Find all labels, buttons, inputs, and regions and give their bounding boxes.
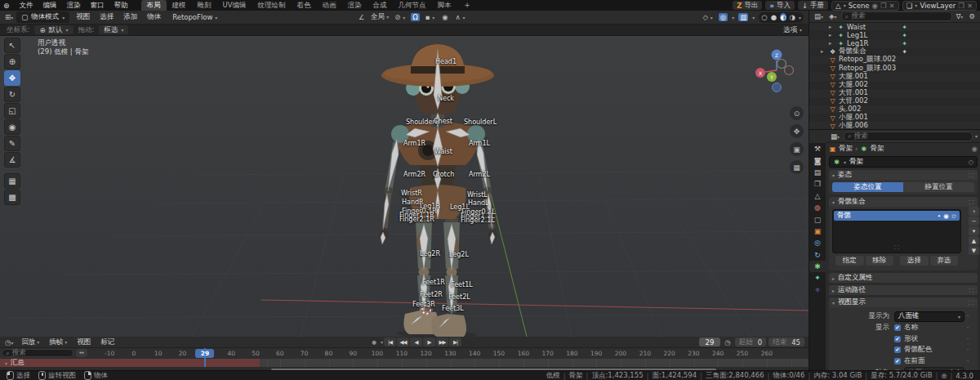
move-up-button[interactable]: ▲ <box>969 236 979 245</box>
camera-view-icon[interactable]: ▣ <box>790 142 804 156</box>
scene-selector[interactable]: △▾ Scene ◉ ❐ ✕ <box>831 1 899 11</box>
proportional-edit-icon[interactable]: ◉ <box>440 13 449 21</box>
outliner-item[interactable]: ▽头.002 <box>809 105 980 114</box>
tool-rotate[interactable]: ↻ <box>4 87 20 102</box>
tool-move[interactable]: ✥ <box>4 70 20 86</box>
editor-type-icon[interactable]: ⊞▾ <box>3 13 15 21</box>
workspace-tab-脚本[interactable]: 脚本 <box>432 0 457 11</box>
snap-magnet-icon[interactable]: Ω <box>411 13 420 21</box>
outliner-item-label[interactable]: Waist <box>847 23 866 31</box>
properties-tab-object[interactable]: ▣ <box>809 226 826 237</box>
outliner-item[interactable]: ▸✦Leg1L✦ <box>809 31 980 39</box>
workspace-tab-合成[interactable]: 合成 <box>368 0 393 11</box>
properties-tab-view-layer[interactable]: ❐ <box>809 178 826 190</box>
viewport-menu-添加[interactable]: 添加 <box>118 12 142 22</box>
workspace-tab-雕刻[interactable]: 雕刻 <box>192 0 217 11</box>
frame-start-field[interactable]: 起始0 <box>735 338 766 346</box>
show-overlays-icon[interactable]: ◎ <box>719 13 728 21</box>
viewport-menu-视图[interactable]: 视图 <box>71 12 95 22</box>
outliner-item[interactable]: ▽大臂.001 <box>809 89 980 97</box>
current-frame-field[interactable]: 29 <box>699 338 721 346</box>
assign-button[interactable]: 指定 <box>835 256 864 266</box>
outliner-item[interactable]: ▸✦Waist✦ <box>809 23 980 31</box>
jump-end-button[interactable]: ▶| <box>449 338 461 346</box>
checkbox-骨骼配色[interactable]: ✔ <box>894 346 901 353</box>
timeline-tracks[interactable]: ▾汇总 <box>0 359 808 367</box>
properties-tab-scene[interactable]: △ <box>809 190 826 202</box>
properties-options[interactable]: ▾ <box>975 133 978 139</box>
remove-button[interactable]: 移除 <box>866 256 894 266</box>
pivot-point-icon[interactable]: ⊘ ▾ <box>393 13 407 21</box>
properties-tab-constraints[interactable]: ◎ <box>809 237 826 248</box>
properties-tab-output[interactable]: ▤ <box>809 167 826 178</box>
tool-tweak-select[interactable]: ↖ <box>4 38 20 53</box>
keying-dropdown[interactable]: ▾ <box>381 339 383 345</box>
properties-tab-bone-constraint[interactable]: ✧ <box>809 284 826 296</box>
properties-tab-tool[interactable]: ⚒ <box>809 143 826 154</box>
pin-icon[interactable]: ◉ <box>972 145 978 153</box>
bone-collections-panel-header[interactable]: ▾骨骼集合⸬ <box>829 197 978 207</box>
viewport-menu-选择[interactable]: 选择 <box>95 12 118 22</box>
outliner-search[interactable]: ⌕ 搜索 <box>841 11 952 21</box>
properties-search[interactable]: ⌕ 搜索 <box>844 132 973 141</box>
pose-panel-header[interactable]: ▾姿态⸬ <box>829 170 978 180</box>
properties-tab-bone[interactable]: ✦ <box>809 272 826 284</box>
solo-dot-icon[interactable]: • <box>938 212 941 220</box>
viewport-display-panel-header[interactable]: ▾视图显示⸬ <box>829 297 978 307</box>
tool-transform[interactable]: ◉ <box>4 119 20 135</box>
fake-user-icon[interactable]: ◇ <box>968 158 973 166</box>
play-reverse-button[interactable]: ◀ <box>410 338 422 346</box>
filter-mode-icon[interactable]: ◈▾ <box>827 12 839 20</box>
star-icon[interactable]: ✩ <box>951 212 956 220</box>
workspace-tab-动画[interactable]: 动画 <box>317 0 342 11</box>
tool-retopoflow-contours[interactable]: ▦ <box>4 173 20 189</box>
motion-paths-panel[interactable]: ▸运动路径⸬ <box>829 285 978 295</box>
custom-properties-panel[interactable]: ▸自定义属性 <box>829 273 978 283</box>
menu-窗口[interactable]: 窗口 <box>86 1 109 9</box>
shading-dropdown[interactable]: ▾ <box>799 15 801 20</box>
fit-range-button[interactable]: ↔ <box>76 349 87 357</box>
workspace-tab-布局[interactable]: 布局 <box>141 0 167 11</box>
viewlayer-selector[interactable]: ❏▾ ViewLayer ❐ ✕ <box>902 1 977 11</box>
outliner-item-label[interactable]: Leg1L <box>847 31 867 39</box>
auto-keying-icon[interactable]: ● <box>368 338 380 346</box>
shading-material-icon[interactable]: ◐ <box>780 13 786 21</box>
expand-icon[interactable]: ▸ <box>829 24 835 30</box>
falloff-icon[interactable]: ∧ ▾ <box>454 13 467 21</box>
shading-solid-icon[interactable]: ● <box>771 13 777 21</box>
checkbox-形状[interactable]: ✔ <box>894 336 901 342</box>
coord-system-dropdown[interactable]: ⊕默认▾ <box>34 25 73 34</box>
manual-button[interactable]: ↓手册 <box>798 1 828 10</box>
checkbox-在前面[interactable]: ✔ <box>894 358 901 364</box>
new-scene-icon[interactable]: ❐ <box>880 2 887 10</box>
transform-orientation[interactable]: 全局 ▾ <box>371 12 390 22</box>
xray-toggle-icon[interactable]: ▥ <box>738 13 748 21</box>
shading-rendered-icon[interactable]: ◑ <box>790 13 795 21</box>
collection-specials-dropdown[interactable]: ▾ <box>969 226 979 235</box>
frame-end-field[interactable]: 结束45 <box>768 338 804 346</box>
properties-tab-physics[interactable]: ↻ <box>809 249 826 261</box>
blender-logo-icon[interactable]: ⊛ <box>3 2 10 10</box>
summary-channel[interactable]: ▾汇总 <box>0 359 260 367</box>
tool-scale[interactable]: ◱ <box>4 103 20 118</box>
checkbox-名称[interactable]: ✔ <box>894 324 901 331</box>
new-viewlayer-icon[interactable]: ❐ <box>958 2 964 10</box>
viewport-menu-物体[interactable]: 物体 <box>142 12 166 22</box>
editor-type-icon[interactable]: ◷▾ <box>3 338 15 346</box>
pin-icon[interactable]: ◉ <box>872 2 878 10</box>
remove-collection-button[interactable]: − <box>969 217 979 226</box>
next-keyframe-button[interactable]: ▶▶ <box>436 338 448 346</box>
current-frame-badge[interactable]: 29 <box>195 349 214 358</box>
menu-渲染[interactable]: 渲染 <box>62 1 86 9</box>
play-button[interactable]: ▶ <box>423 338 435 346</box>
channel-search[interactable]: ⌕ 搜索 <box>2 349 74 357</box>
outliner-item[interactable]: ▽小腿.001 <box>809 114 980 122</box>
workspace-tab-几何节点[interactable]: 几何节点 <box>393 0 432 11</box>
rest-position-button[interactable]: 静置位置 <box>903 182 974 192</box>
list-grip[interactable]: ⸬ <box>833 243 960 252</box>
mode-selector[interactable]: ▢ 物体模式▾ <box>16 11 69 23</box>
datablock-name-field[interactable]: ✱▾ 骨架 ◇ <box>829 156 978 168</box>
tool-annotate[interactable]: ✎ <box>4 136 20 151</box>
timeline-menu-视图[interactable]: 视图 <box>72 338 96 347</box>
properties-tab-render[interactable]: ◙ <box>809 154 826 166</box>
